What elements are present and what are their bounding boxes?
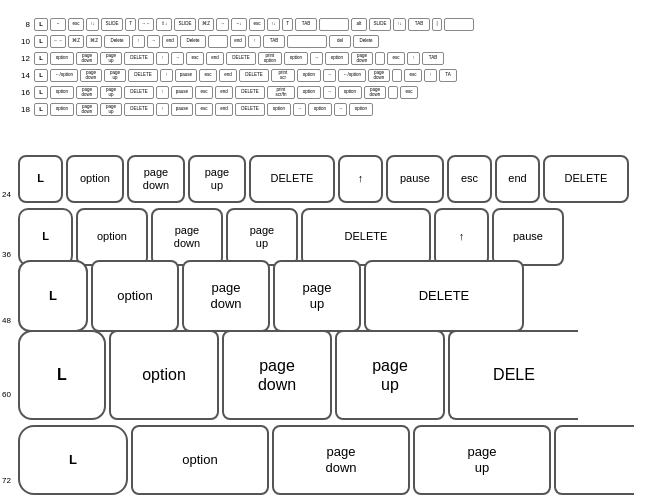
keyboard-key[interactable]: esc [404,69,422,82]
keyboard-key[interactable]: option [297,69,321,82]
keyboard-key[interactable]: end [206,52,224,65]
keyboard-key[interactable]: ↑ [248,35,261,48]
keyboard-key[interactable]: DELETE [124,103,154,116]
keyboard-key[interactable]: TAB [263,35,285,48]
keyboard-key[interactable]: L [34,35,48,48]
keyboard-key[interactable]: option [338,86,362,99]
keyboard-key[interactable]: → [310,52,323,65]
keyboard-key-large[interactable]: option [66,155,124,203]
keyboard-key[interactable]: → [323,69,336,82]
keyboard-key[interactable]: → [147,35,160,48]
keyboard-key[interactable]: esc [195,86,213,99]
keyboard-key[interactable]: option [349,103,373,116]
keyboard-key-large[interactable]: option [131,425,269,495]
keyboard-key[interactable]: ↑ [160,69,173,82]
keyboard-key[interactable] [319,18,349,31]
keyboard-key[interactable]: print option [258,52,282,65]
keyboard-key[interactable]: T [282,18,293,31]
keyboard-key[interactable]: option [325,52,349,65]
keyboard-key[interactable]: ←→ [50,35,66,48]
keyboard-key[interactable]: DELETE [124,52,154,65]
keyboard-key[interactable]: DELETE [239,69,269,82]
keyboard-key-large[interactable]: DELETE [301,208,431,266]
keyboard-key[interactable]: → [216,18,229,31]
keyboard-key-large[interactable]: option [91,260,179,332]
keyboard-key[interactable]: alt [351,18,367,31]
keyboard-key[interactable]: T [125,18,136,31]
keyboard-key[interactable]: L [34,52,48,65]
keyboard-key-large[interactable]: DELETE [543,155,629,203]
keyboard-key[interactable]: print scr/fn [267,86,295,99]
keyboard-key[interactable]: end [215,103,233,116]
keyboard-key-large[interactable]: pause [492,208,564,266]
keyboard-key-large[interactable]: page down [182,260,270,332]
keyboard-key[interactable]: page down [351,52,373,65]
keyboard-key[interactable]: → [323,86,336,99]
keyboard-key[interactable]: page down [76,52,98,65]
keyboard-key[interactable]: option [50,86,74,99]
keyboard-key[interactable]: page up [100,103,122,116]
keyboard-key[interactable]: SLIDE [101,18,123,31]
keyboard-key[interactable]: → [334,103,347,116]
keyboard-key[interactable]: ↑↓ [86,18,99,31]
keyboard-key[interactable]: Delete [180,35,206,48]
keyboard-key[interactable]: ⌘Z [86,35,102,48]
keyboard-key[interactable]: ↑↓ [267,18,280,31]
keyboard-key[interactable]: option [50,52,74,65]
keyboard-key[interactable]: esc [400,86,418,99]
keyboard-key[interactable]: esc [249,18,265,31]
keyboard-key[interactable]: end [162,35,178,48]
keyboard-key[interactable]: Delete [104,35,130,48]
keyboard-key[interactable]: TAB [422,52,444,65]
keyboard-key[interactable]: → [293,103,306,116]
keyboard-key[interactable]: page down [76,103,98,116]
keyboard-key-large[interactable]: end [495,155,540,203]
keyboard-key-large[interactable]: ↑ [338,155,383,203]
keyboard-key[interactable]: ↑ [407,52,420,65]
keyboard-key[interactable]: →← [138,18,154,31]
keyboard-key[interactable]: ↑↓ [393,18,406,31]
keyboard-key[interactable]: TAB [408,18,430,31]
keyboard-key[interactable]: option [267,103,291,116]
keyboard-key[interactable]: L [34,18,48,31]
keyboard-key[interactable]: L [34,103,48,116]
keyboard-key-large[interactable]: page down [151,208,223,266]
keyboard-key[interactable]: | [432,18,442,31]
keyboard-key[interactable]: ←/option [338,69,366,82]
keyboard-key[interactable]: page down [76,86,98,99]
keyboard-key[interactable]: esc [186,52,204,65]
keyboard-key-large[interactable]: L [18,155,63,203]
keyboard-key-large[interactable]: pause [386,155,444,203]
keyboard-key[interactable]: ↑ [424,69,437,82]
keyboard-key-large[interactable] [554,425,634,495]
keyboard-key-large[interactable]: DELETE [364,260,524,332]
keyboard-key[interactable]: page up [104,69,126,82]
keyboard-key[interactable]: TAB [295,18,317,31]
keyboard-key[interactable]: esc [387,52,405,65]
keyboard-key-large[interactable]: option [109,330,219,420]
keyboard-key[interactable] [208,35,228,48]
keyboard-key-large[interactable]: option [76,208,148,266]
keyboard-key[interactable]: SLIDE [174,18,196,31]
keyboard-key[interactable]: ↑ [132,35,145,48]
keyboard-key[interactable]: del [329,35,351,48]
keyboard-key[interactable]: ~↓ [231,18,247,31]
keyboard-key[interactable]: DELETE [128,69,158,82]
keyboard-key[interactable] [392,69,402,82]
keyboard-key[interactable]: TA [439,69,457,82]
keyboard-key[interactable]: end [230,35,246,48]
keyboard-key[interactable]: ↑ [156,103,169,116]
keyboard-key[interactable] [388,86,398,99]
keyboard-key-large[interactable]: DELETE [249,155,335,203]
keyboard-key[interactable]: SLIDE [369,18,391,31]
keyboard-key[interactable]: ←/option [50,69,78,82]
keyboard-key-large[interactable]: L [18,330,106,420]
keyboard-key[interactable]: option [50,103,74,116]
keyboard-key[interactable]: option [284,52,308,65]
keyboard-key[interactable]: page up [100,86,122,99]
keyboard-key[interactable]: page down [368,69,390,82]
keyboard-key-large[interactable]: esc [447,155,492,203]
keyboard-key[interactable]: option [308,103,332,116]
keyboard-key-large[interactable]: page up [188,155,246,203]
keyboard-key-large[interactable]: DELE [448,330,578,420]
